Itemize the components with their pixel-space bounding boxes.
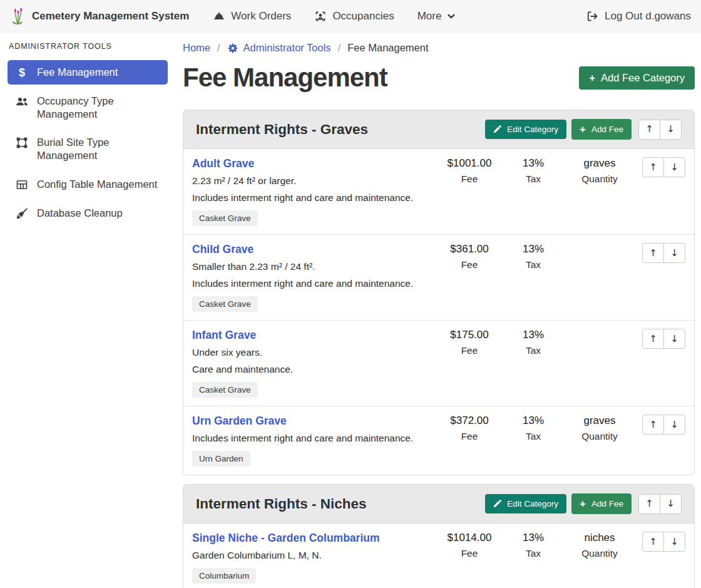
move-up-button[interactable]: ↑ [638,494,660,514]
fee-row: Child Grave Smaller than 2.23 m² / 24 ft… [183,235,694,321]
move-down-button[interactable]: ↓ [660,120,682,140]
sidebar-item-fee-management[interactable]: $ Fee Management [8,60,168,85]
top-navbar: Cemetery Management System Work Orders O… [0,0,701,33]
fee-amount-label: Fee [437,548,502,559]
category-title: Interment Rights - Graves [196,121,480,138]
logout-button[interactable]: Log Out d.gowans [586,10,691,23]
brand[interactable]: Cemetery Management System [10,7,189,26]
fee-quantity-label: Quantity [565,173,635,185]
category-card-graves: Interment Rights - Graves Edit Category … [183,110,695,475]
broom-icon [15,207,29,220]
fee-name-link[interactable]: Child Grave [192,243,253,256]
sidebar-item-label: Database Cleanup [37,207,123,220]
fee-name-link[interactable]: Single Niche - Garden Columbarium [192,532,380,545]
sidebar-item-label: Occupancy Type Management [37,95,160,120]
fee-row: Adult Grave 2.23 m² / 24 ft² or larger. … [183,149,694,235]
move-down-button[interactable]: ↓ [663,243,685,263]
move-down-button[interactable]: ↓ [663,415,685,435]
edit-category-label: Edit Category [507,499,558,508]
move-down-button[interactable]: ↓ [663,329,685,349]
add-fee-category-label: Add Fee Category [601,72,685,84]
users-icon [15,95,29,108]
category-card-niches: Interment Rights - Niches Edit Category … [183,484,695,588]
gear-icon [227,43,238,54]
fee-tax: 13% [502,532,565,544]
nav-occupancies[interactable]: Occupancies [314,10,394,23]
fee-name-link[interactable]: Urn Garden Grave [192,415,287,428]
sidebar-heading: ADMINISTRATOR TOOLS [9,42,166,51]
sidebar-item-occupancy-type-management[interactable]: Occupancy Type Management [8,89,168,126]
move-up-button[interactable]: ↑ [642,415,664,435]
plus-icon: + [580,498,586,509]
edit-category-button[interactable]: Edit Category [485,494,566,513]
plus-icon: + [589,73,595,83]
nav-work-orders-label: Work Orders [231,10,291,23]
add-fee-button[interactable]: + Add Fee [571,119,632,140]
fee-name-link[interactable]: Adult Grave [192,157,254,170]
fee-list: Adult Grave 2.23 m² / 24 ft² or larger. … [183,149,694,475]
move-down-button[interactable]: ↓ [663,157,685,177]
nav-more-dropdown[interactable]: More [417,10,456,23]
move-down-button[interactable]: ↓ [660,494,682,514]
fee-row: Single Niche - Garden Columbarium Garden… [183,524,694,588]
fee-tax-label: Tax [502,345,565,356]
fee-amount-label: Fee [437,173,502,185]
move-up-button[interactable]: ↑ [642,243,664,263]
fee-description: Includes interment right and care and ma… [192,278,432,289]
fee-quantity: graves [565,415,635,427]
fee-tax: 13% [502,157,565,170]
move-up-button[interactable]: ↑ [642,157,664,177]
fee-quantity: niches [565,532,635,544]
breadcrumb-current: Fee Management [347,42,428,54]
breadcrumb-admin-tools-label: Administrator Tools [243,42,331,54]
nav-occupancies-label: Occupancies [332,10,394,23]
dollar-icon: $ [15,66,29,79]
category-reorder-group: ↑ ↓ [638,120,682,140]
move-up-button[interactable]: ↑ [638,120,660,140]
move-up-button[interactable]: ↑ [642,329,664,349]
fee-tax: 13% [502,329,565,341]
table-icon [15,178,29,191]
logout-label: Log Out d.gowans [605,10,691,23]
category-reorder-group: ↑ ↓ [638,494,682,514]
sidebar-item-database-cleanup[interactable]: Database Cleanup [8,201,168,225]
fee-name-link[interactable]: Infant Grave [192,329,256,342]
app-title: Cemetery Management System [32,10,189,23]
fee-row: Urn Garden Grave Includes interment righ… [183,406,694,475]
fee-amount-label: Fee [437,431,502,442]
sidebar-item-burial-site-type-management[interactable]: Burial Site Type Management [8,130,168,167]
category-header: Interment Rights - Graves Edit Category … [183,110,694,149]
fee-description: Garden Columbarium L, M, N. [192,550,432,561]
fee-type-badge: Casket Grave [192,210,258,226]
pencil-icon [493,125,501,133]
fee-description: Includes interment right and care and ma… [192,192,432,204]
fee-amount: $372.00 [437,415,502,427]
pencil-icon [493,500,501,508]
breadcrumb-admin-tools-link[interactable]: Administrator Tools [227,42,331,54]
fee-tax-label: Tax [502,259,565,271]
nav-work-orders[interactable]: Work Orders [213,10,291,23]
fee-type-badge: Casket Grave [192,382,258,398]
category-title: Interment Rights - Niches [196,496,480,512]
add-fee-button[interactable]: + Add Fee [571,493,632,514]
add-fee-category-button[interactable]: + Add Fee Category [579,66,695,90]
sidebar-item-config-table-management[interactable]: Config Table Management [8,172,168,197]
fee-amount: $175.00 [437,329,502,341]
fee-tax-label: Tax [502,431,565,442]
add-fee-label: Add Fee [591,499,623,508]
breadcrumb-home-link[interactable]: Home [183,42,210,54]
tulip-logo-icon [10,7,26,26]
fee-list: Single Niche - Garden Columbarium Garden… [183,524,694,588]
edit-category-button[interactable]: Edit Category [485,120,566,139]
chevron-down-icon [447,12,456,21]
fee-type-badge: Casket Grave [192,296,258,312]
fee-amount: $1001.00 [437,157,502,170]
fee-amount: $1014.00 [437,532,502,544]
fee-tax-label: Tax [502,173,565,185]
fee-quantity-label: Quantity [565,431,635,442]
move-up-button[interactable]: ↑ [642,532,664,552]
move-down-button[interactable]: ↓ [663,532,685,552]
fee-row: Infant Grave Under six years. Care and m… [183,321,694,406]
sidebar-item-label: Burial Site Type Management [37,136,160,162]
fee-description: 2.23 m² / 24 ft² or larger. [192,175,432,187]
